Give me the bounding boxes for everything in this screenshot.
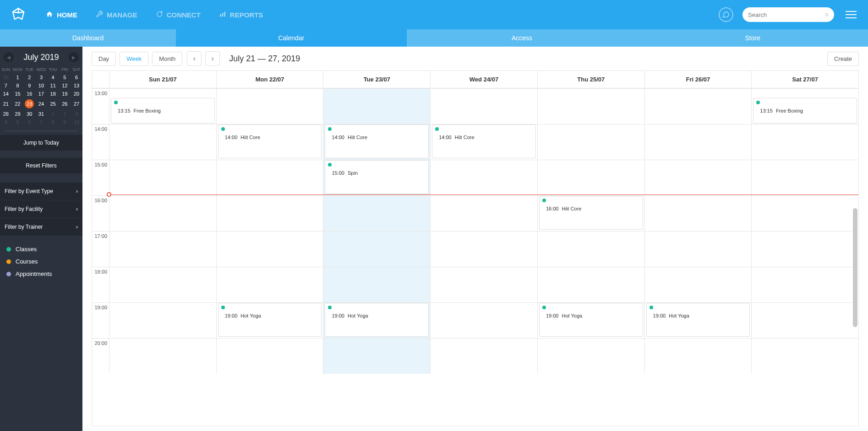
calendar-cell[interactable] [752, 338, 858, 374]
calendar-cell[interactable] [645, 338, 752, 374]
nav-manage[interactable]: MANAGE [96, 11, 137, 19]
calendar-cell[interactable] [431, 195, 538, 231]
mini-cal-day[interactable]: 9 [59, 118, 71, 126]
calendar-cell[interactable] [323, 338, 431, 374]
filter-filter-by-event-type[interactable]: Filter by Event Type› [0, 183, 82, 200]
nav-connect[interactable]: CONNECT [156, 11, 201, 19]
calendar-cell[interactable] [431, 338, 538, 374]
mini-cal-day[interactable]: 3 [71, 110, 82, 118]
mini-cal-day[interactable]: 7 [0, 81, 12, 90]
mini-cal-day[interactable]: 15 [12, 90, 24, 98]
mini-cal-day[interactable]: 7 [35, 118, 47, 126]
calendar-cell[interactable]: 14:00 Hiit Core [217, 124, 324, 160]
mini-cal-day[interactable]: 9 [23, 81, 35, 90]
view-month-button[interactable]: Month [152, 52, 182, 66]
mini-cal-day[interactable]: 26 [59, 98, 71, 110]
calendar-cell[interactable]: 19:00 Hot Yoga [323, 302, 431, 338]
mini-cal-day[interactable]: 24 [35, 98, 47, 110]
calendar-cell[interactable] [109, 195, 217, 231]
calendar-cell[interactable] [323, 195, 431, 231]
calendar-cell[interactable]: 13:15 Free Boxing [109, 88, 217, 124]
calendar-cell[interactable] [217, 338, 324, 374]
mini-cal-next[interactable]: ▶ [69, 52, 79, 62]
calendar-event[interactable]: 13:15 Free Boxing [111, 98, 215, 124]
search-input[interactable] [748, 11, 825, 18]
mini-cal-day[interactable]: 2 [23, 73, 35, 81]
calendar-cell[interactable] [323, 267, 431, 302]
calendar-cell[interactable] [752, 302, 858, 338]
mini-cal-prev[interactable]: ◀ [4, 52, 14, 62]
mini-cal-day[interactable]: 8 [12, 81, 24, 90]
mini-cal-day[interactable]: 2 [59, 110, 71, 118]
calendar-event[interactable]: 16:00 Hiit Core [539, 196, 643, 230]
jump-to-today-button[interactable]: Jump to Today [0, 135, 82, 151]
calendar-cell[interactable] [431, 267, 538, 302]
mini-cal-day[interactable]: 31 [35, 110, 47, 118]
mini-cal-day[interactable]: 22 [12, 98, 24, 110]
calendar-event[interactable]: 19:00 Hot Yoga [325, 303, 429, 337]
mini-cal-day[interactable]: 10 [35, 81, 47, 90]
calendar-event[interactable]: 14:00 Hiit Core [325, 124, 429, 158]
calendar-cell[interactable]: 15:00 Spin [323, 160, 431, 195]
calendar-cell[interactable] [538, 160, 645, 195]
next-week-button[interactable]: › [205, 51, 220, 66]
mini-cal-day[interactable]: 5 [59, 73, 71, 81]
calendar-cell[interactable] [323, 231, 431, 267]
calendar-cell[interactable]: 19:00 Hot Yoga [538, 302, 645, 338]
calendar-cell[interactable] [109, 124, 217, 160]
mini-cal-day[interactable]: 27 [71, 98, 82, 110]
calendar-cell[interactable] [431, 302, 538, 338]
calendar-cell[interactable] [323, 88, 431, 124]
nav-home[interactable]: HOME [46, 11, 77, 19]
calendar-cell[interactable] [538, 267, 645, 302]
tab-access[interactable]: Access [407, 29, 638, 47]
calendar-cell[interactable] [217, 195, 324, 231]
mini-cal-day[interactable]: 28 [0, 110, 12, 118]
calendar-event[interactable]: 14:00 Hiit Core [432, 124, 536, 158]
calendar-cell[interactable]: 13:15 Free Boxing [752, 88, 858, 124]
calendar-cell[interactable] [752, 124, 858, 160]
mini-cal-day[interactable]: 1 [12, 73, 24, 81]
mini-cal-day[interactable]: 30 [23, 110, 35, 118]
calendar-cell[interactable] [431, 231, 538, 267]
mini-cal-day[interactable]: 14 [0, 90, 12, 98]
calendar-cell[interactable] [217, 160, 324, 195]
tab-calendar[interactable]: Calendar [176, 29, 407, 47]
mini-cal-day[interactable]: 3 [35, 73, 47, 81]
calendar-cell[interactable] [538, 338, 645, 374]
prev-week-button[interactable]: ‹ [187, 51, 202, 66]
mini-cal-day[interactable]: 10 [71, 118, 82, 126]
reset-filters-button[interactable]: Reset Filters [0, 158, 82, 173]
calendar-event[interactable]: 19:00 Hot Yoga [539, 303, 643, 337]
create-button[interactable]: Create [827, 52, 859, 66]
mini-cal-day[interactable]: 21 [0, 98, 12, 110]
calendar-cell[interactable] [109, 302, 217, 338]
calendar-cell[interactable]: 19:00 Hot Yoga [217, 302, 324, 338]
calendar-event[interactable]: 19:00 Hot Yoga [218, 303, 322, 337]
calendar-cell[interactable] [538, 231, 645, 267]
tab-dashboard[interactable]: Dashboard [0, 29, 176, 47]
chat-button[interactable] [719, 7, 733, 22]
calendar-cell[interactable] [645, 160, 752, 195]
mini-cal-day[interactable]: 16 [23, 90, 35, 98]
scrollbar[interactable] [853, 208, 857, 327]
mini-cal-day[interactable]: 6 [23, 118, 35, 126]
calendar-event[interactable]: 13:15 Free Boxing [753, 98, 857, 124]
calendar-cell[interactable] [109, 267, 217, 302]
mini-cal-day[interactable]: 25 [47, 98, 59, 110]
mini-cal-day[interactable]: 4 [47, 73, 59, 81]
tab-store[interactable]: Store [637, 29, 868, 47]
calendar-event[interactable]: 14:00 Hiit Core [218, 124, 322, 158]
calendar-cell[interactable]: 16:00 Hiit Core [538, 195, 645, 231]
filter-filter-by-facility[interactable]: Filter by Facility› [0, 200, 82, 218]
calendar-cell[interactable] [645, 231, 752, 267]
calendar-scroll[interactable]: 13:0013:15 Free Boxing13:15 Free Boxing1… [92, 88, 858, 426]
calendar-cell[interactable] [645, 195, 752, 231]
mini-cal-day[interactable]: 19 [59, 90, 71, 98]
nav-reports[interactable]: REPORTS [219, 11, 263, 19]
mini-cal-day[interactable]: 1 [47, 110, 59, 118]
calendar-cell[interactable] [217, 88, 324, 124]
calendar-cell[interactable] [109, 338, 217, 374]
calendar-cell[interactable] [645, 267, 752, 302]
calendar-cell[interactable] [752, 231, 858, 267]
